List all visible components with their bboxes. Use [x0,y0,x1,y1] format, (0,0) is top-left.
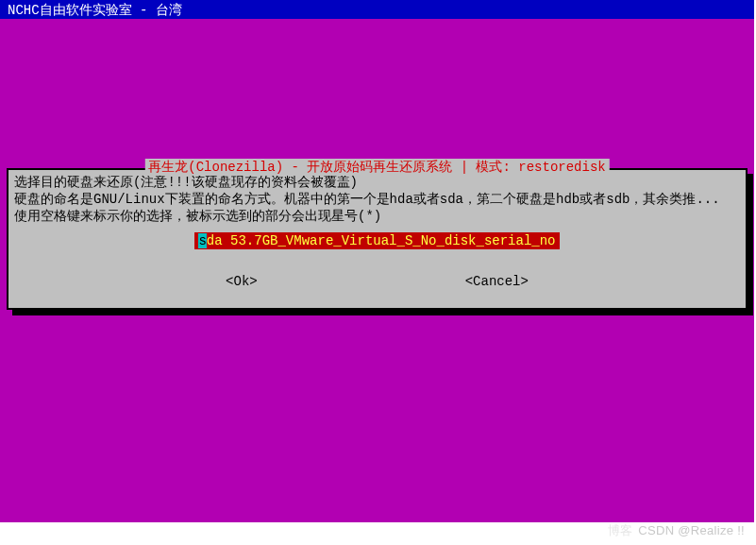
ok-button[interactable]: <Ok> [226,274,258,289]
header-title: NCHC自由软件实验室 - 台湾 [8,3,182,18]
disk-option-sda[interactable]: sda 53.7GB_VMware_Virtual_S_No_disk_seri… [194,232,559,249]
clonezilla-dialog: 再生龙(Clonezilla) - 开放原始码再生还原系统 | 模式: rest… [7,168,748,310]
watermark-text: CSDN @Realize !! [638,523,745,537]
dialog-body: 选择目的硬盘来还原(注意!!!该硬盘现存的资料会被覆盖) 硬盘的命名是GNU/L… [8,170,746,308]
option-hotkey: s [198,233,206,248]
terminal-screen: NCHC自由软件实验室 - 台湾 再生龙(Clonezilla) - 开放原始码… [0,0,754,522]
option-text: da 53.7GB_VMware_Virtual_S_No_disk_seria… [207,233,556,248]
button-row: <Ok> <Cancel> [14,274,740,289]
watermark-faint: 博客 [608,523,633,537]
dialog-description: 选择目的硬盘来还原(注意!!!该硬盘现存的资料会被覆盖) 硬盘的命名是GNU/L… [14,174,740,225]
dialog-title: 再生龙(Clonezilla) - 开放原始码再生还原系统 | 模式: rest… [144,159,609,176]
watermark: 博客 CSDN @Realize !! [608,523,745,539]
cancel-button[interactable]: <Cancel> [465,274,529,289]
header-bar: NCHC自由软件实验室 - 台湾 [0,0,754,19]
